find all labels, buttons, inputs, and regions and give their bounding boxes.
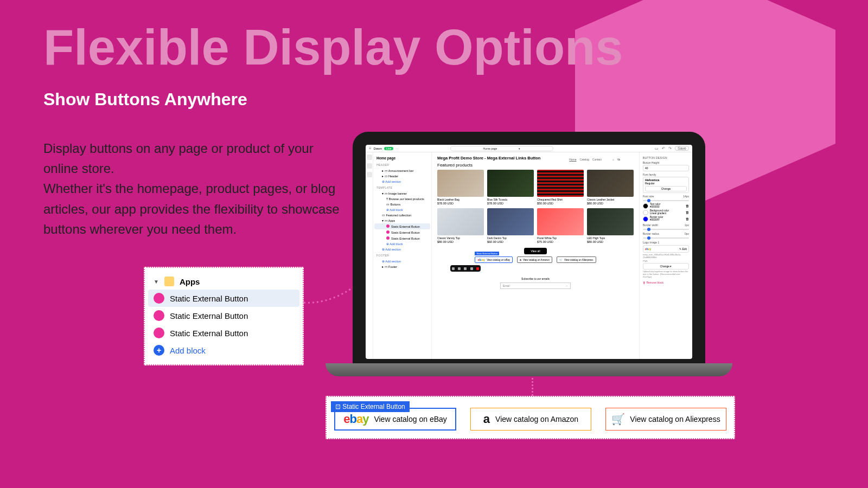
rail-icon-apps[interactable] [367, 172, 372, 177]
logo-edit-label: Edit [682, 247, 687, 251]
section-footer-label: FOOTER [374, 252, 430, 259]
text-color-value: #000000 [650, 206, 660, 208]
product-image [537, 208, 584, 235]
product-card[interactable]: Floral White Top$75.00 USD [537, 208, 584, 243]
sidebar-item-header[interactable]: ▸ ▭ Header [374, 174, 430, 179]
cta-aliexpress-button[interactable]: 🛒 View catalog on Aliexpress [605, 408, 726, 431]
sidebar-item-featured[interactable]: ▭ Featured collection [374, 213, 430, 218]
sidebar-item-static-external-button-3[interactable]: Static External Button [148, 324, 299, 342]
item-label: Static External Button [170, 329, 248, 338]
menu-icon[interactable]: ≡ [369, 146, 372, 151]
rail-icon-sections[interactable] [367, 155, 372, 160]
settings-section-title: BUTTON DESIGN [643, 156, 689, 159]
screen-topbar: ≡ Dawn Live ··· Home page▾ ▭ ↶ ↷ Save [366, 145, 692, 152]
ebay-logo-icon: ebay [477, 258, 485, 261]
font-family-picker[interactable]: Helvetica Regular Change [643, 177, 689, 193]
sidebar-add-section-footer[interactable]: ⊕ Add section [374, 259, 430, 264]
bg-color-swatch[interactable] [643, 210, 648, 215]
sidebar-item-image-banner[interactable]: ▾ ▭ Image banner [374, 191, 430, 196]
nav-home[interactable]: Home [569, 158, 576, 161]
apps-heading-row[interactable]: ▼ Apps [148, 273, 299, 290]
left-rail [366, 152, 373, 359]
featured-title: Featured products [437, 163, 634, 168]
sidebar-item-static-btn-2[interactable]: Static External Button [374, 229, 430, 235]
sidebar-item-buttons[interactable]: ▭ Buttons [374, 202, 430, 207]
border-color-swatch[interactable] [643, 216, 648, 222]
product-price: $50.00 USD [537, 202, 584, 205]
email-input[interactable]: Email→ [500, 282, 571, 289]
cta-amazon[interactable]: aView catalog on Amazon [517, 256, 552, 263]
product-name: Classic Leather Jacket [587, 198, 634, 201]
logo-filename: eaby_icon_450ad0ce-36e0-406a-8a2e-29d808… [643, 254, 689, 259]
trash-icon[interactable]: 🗑 [686, 211, 689, 214]
product-name: Blue Silk Tuxedo [487, 198, 534, 201]
nav-catalog[interactable]: Catalog [580, 158, 589, 161]
product-price: $78.00 USD [437, 202, 484, 205]
sidebar-item-announcement[interactable]: ▸ ▭ Announcement bar [374, 168, 430, 174]
block-toolbar[interactable] [450, 265, 481, 272]
sidebar-item-apps[interactable]: ▾ ▭ Apps [374, 218, 430, 223]
breadcrumb-theme[interactable]: Dawn [374, 147, 382, 150]
product-price: $75.00 USD [537, 240, 584, 243]
save-button[interactable]: Save [675, 146, 689, 151]
cta-amazon-button[interactable]: a View catalog on Amazon [470, 408, 591, 431]
product-card[interactable]: LED High Tops$80.00 USD [587, 208, 634, 243]
cta-label: View catalog on eBay [487, 259, 510, 261]
product-card[interactable]: Blue Silk Tuxedo$78.00 USD [487, 170, 534, 205]
change-logo-button[interactable]: Change ▾ [643, 263, 689, 269]
product-card[interactable]: Classic Leather Jacket$80.00 USD [587, 170, 634, 205]
border-width-slider[interactable] [643, 229, 689, 230]
font-style-value: Regular [645, 182, 687, 185]
view-all-button[interactable]: View all [524, 248, 547, 254]
change-font-button[interactable]: Change [645, 186, 687, 191]
sidebar-item-heading[interactable]: T Browse our latest products [374, 196, 430, 202]
sidebar-item-footer[interactable]: ▸ ▭ Footer [374, 264, 430, 269]
product-price: $60.00 USD [487, 240, 534, 243]
sections-sidebar: Home page HEADER ▸ ▭ Announcement bar ▸ … [373, 152, 432, 359]
product-card[interactable]: Chequered Red Shirt$50.00 USD [537, 170, 584, 205]
product-name: Chequered Red Shirt [537, 198, 584, 201]
product-name: LED High Tops [587, 236, 634, 240]
font-size-slider[interactable] [643, 200, 689, 201]
search-icon[interactable]: ⌕ [612, 158, 614, 161]
cart-icon[interactable]: 🛍 [617, 158, 620, 161]
rail-icon-settings[interactable] [367, 163, 372, 169]
product-card[interactable]: Dark Denim Top$60.00 USD [487, 208, 534, 243]
section-template-label: TEMPLATE [374, 184, 430, 191]
product-name: Dark Denim Top [487, 236, 534, 240]
font-family-label: Font family [643, 173, 689, 176]
page-selector[interactable]: Home page▾ [450, 146, 554, 151]
sidebar-add-block-apps[interactable]: ⊕ Add block [374, 241, 430, 247]
height-input[interactable]: 40 [643, 165, 689, 171]
undo-icon[interactable]: ↶ [662, 146, 665, 151]
desktop-view-icon[interactable]: ▭ [655, 146, 659, 151]
add-block-action[interactable]: + Add block [148, 342, 299, 359]
logo-filetype: PNG [643, 260, 689, 263]
laptop-frame: ≡ Dawn Live ··· Home page▾ ▭ ↶ ↷ Save Ho… [353, 132, 705, 368]
cta-aliexpress[interactable]: 🛒View catalog on Aliexpress [557, 256, 596, 263]
sidebar-item-static-btn-1[interactable]: Static External Button [374, 223, 430, 229]
sidebar-add-section-header[interactable]: ⊕ Add section [374, 179, 430, 184]
redo-icon[interactable]: ↷ [668, 146, 672, 151]
cta-ebay[interactable]: ebayView catalog on eBay [475, 256, 513, 263]
remove-block-button[interactable]: 🗑 Remove block [643, 281, 689, 284]
sidebar-item-static-external-button-1[interactable]: Static External Button [148, 290, 299, 307]
arrow-right-icon[interactable]: → [565, 284, 568, 287]
product-price: $80.00 USD [587, 240, 634, 243]
sidebar-add-block-banner[interactable]: ⊕ Add block [374, 207, 430, 213]
store-nav: Home Catalog Contact ⌕ 🛍 [569, 158, 620, 161]
product-card[interactable]: Classic Varsity Top$80.00 USD [437, 208, 484, 243]
more-icon[interactable]: ··· [395, 147, 398, 150]
logo-preview[interactable]: ebay✎ Edit [643, 245, 689, 253]
laptop-base [326, 363, 732, 376]
border-radius-slider[interactable] [643, 237, 689, 239]
sidebar-item-static-btn-3[interactable]: Static External Button [374, 235, 430, 241]
trash-icon[interactable]: 🗑 [686, 217, 689, 221]
sidebar-item-static-external-button-2[interactable]: Static External Button [148, 307, 299, 324]
nav-contact[interactable]: Contact [592, 158, 602, 161]
hero-body: Display buttons on any page or product o… [43, 138, 347, 239]
product-card[interactable]: Black Leather Bag$78.00 USD [437, 170, 484, 205]
text-color-swatch[interactable] [643, 203, 648, 209]
sidebar-add-section-template[interactable]: ⊕ Add section [374, 247, 430, 252]
trash-icon[interactable]: 🗑 [686, 204, 689, 208]
